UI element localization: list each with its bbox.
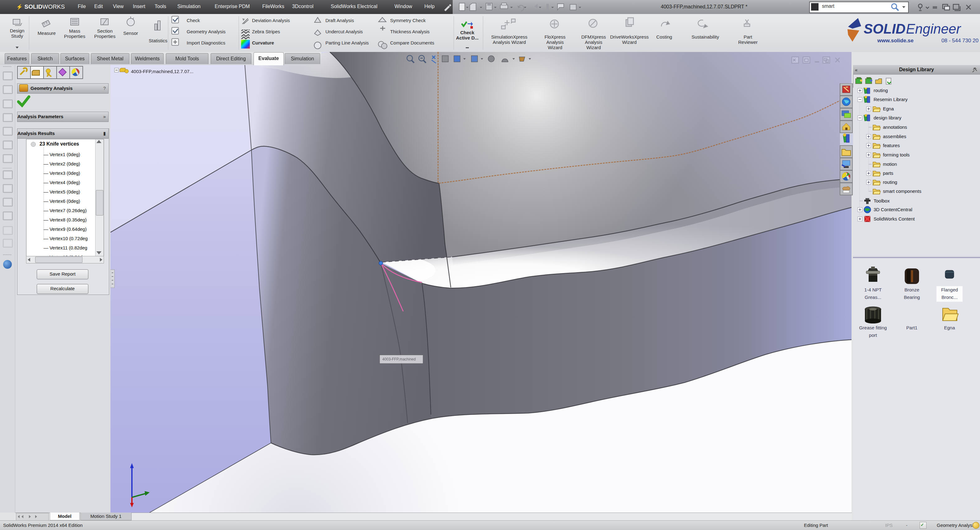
svg-text:routing: routing — [873, 88, 888, 93]
svg-text:3D ContentCentral: 3D ContentCentral — [873, 207, 912, 212]
svg-text:Toolbox: Toolbox — [873, 198, 890, 204]
svg-text:Bronc...: Bronc... — [942, 294, 958, 300]
svg-text:Egna: Egna — [883, 106, 894, 111]
svg-text:Greas...: Greas... — [865, 294, 881, 300]
svg-text:motion: motion — [883, 161, 897, 167]
svg-text:Flanged: Flanged — [941, 287, 958, 292]
svg-text:www.solide.se: www.solide.se — [877, 38, 914, 43]
svg-text:Bronze: Bronze — [904, 287, 920, 292]
svg-text:forming tools: forming tools — [883, 152, 910, 158]
svg-text:1-4 NPT: 1-4 NPT — [864, 287, 882, 292]
svg-text:routing: routing — [883, 180, 897, 185]
svg-text:4003-FFP,machined: 4003-FFP,machined — [382, 357, 416, 361]
svg-text:Grease fitting: Grease fitting — [859, 325, 887, 330]
svg-text:port: port — [869, 333, 877, 338]
svg-text:parts: parts — [883, 170, 893, 176]
svg-text:4003-FFP,machined,12.7.07...: 4003-FFP,machined,12.7.07... — [131, 69, 194, 74]
svg-text:smart components: smart components — [883, 188, 921, 194]
svg-text:SOLID: SOLID — [864, 21, 905, 37]
svg-text:Part1: Part1 — [906, 325, 918, 330]
svg-text:Egna: Egna — [944, 325, 955, 330]
svg-text:annotations: annotations — [883, 124, 907, 130]
svg-text:08 - 544 730 20: 08 - 544 730 20 — [942, 38, 978, 43]
svg-text:assemblies: assemblies — [883, 134, 906, 139]
svg-text:design library: design library — [873, 115, 902, 120]
svg-text:Engineer: Engineer — [906, 21, 961, 37]
svg-text:SolidWorks Content: SolidWorks Content — [873, 216, 915, 221]
svg-text:Bearing: Bearing — [904, 294, 920, 300]
svg-text:features: features — [883, 143, 900, 148]
svg-text:Resemin Library: Resemin Library — [873, 97, 908, 102]
